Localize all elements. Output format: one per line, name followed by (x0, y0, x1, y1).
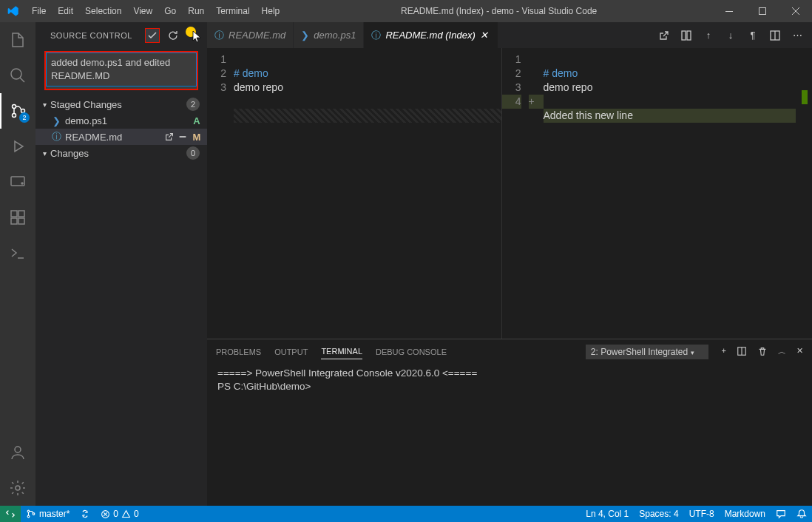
panel-tab-problems[interactable]: PROBLEMS (216, 345, 261, 359)
staged-file-readme[interactable]: ⓘ README.md M (35, 129, 207, 145)
vscode-logo (0, 5, 26, 17)
menu-view[interactable]: View (127, 0, 158, 22)
close-panel-icon[interactable]: ✕ (796, 346, 803, 357)
line-number: 4 (502, 95, 521, 109)
diff-modified-pane[interactable]: 1 2 3 4 + # demo demo repo Added this ne… (502, 48, 796, 339)
menu-file[interactable]: File (26, 0, 52, 22)
next-change-icon[interactable]: ↓ (725, 30, 737, 41)
svg-rect-10 (18, 218, 24, 224)
commit-button[interactable] (145, 28, 160, 43)
diff-editor[interactable]: 1 2 3 # demo demo repo 1 2 3 4 + (207, 48, 812, 339)
status-sync[interactable] (75, 506, 95, 522)
status-notifications[interactable] (791, 506, 812, 522)
line-number: 1 (502, 52, 521, 67)
maximize-panel-icon[interactable]: ︿ (778, 346, 786, 357)
kill-terminal-icon[interactable] (757, 346, 768, 357)
activity-account[interactable] (0, 435, 35, 470)
terminal-line: PS C:\GitHub\demo> (217, 380, 802, 393)
svg-point-12 (15, 447, 21, 452)
tab-readme[interactable]: ⓘ README.md (207, 22, 294, 48)
status-spaces[interactable]: Spaces: 4 (634, 506, 683, 522)
close-button[interactable] (779, 0, 812, 22)
title-bar: File Edit Selection View Go Run Terminal… (0, 0, 812, 22)
tab-label: demo.ps1 (314, 30, 356, 41)
window-controls (712, 0, 812, 22)
unstage-icon[interactable] (177, 132, 188, 142)
terminal-body[interactable]: =====> PowerShell Integrated Console v20… (207, 364, 812, 506)
minimize-button[interactable] (712, 0, 745, 22)
status-problems[interactable]: 0 0 (95, 506, 143, 522)
menu-edit[interactable]: Edit (52, 0, 79, 22)
status-encoding[interactable]: UTF-8 (684, 506, 720, 522)
powershell-file-icon: ❯ (50, 115, 62, 126)
menu-run[interactable]: Run (182, 0, 210, 22)
menu-terminal[interactable]: Terminal (210, 0, 255, 22)
split-terminal-icon[interactable] (737, 346, 747, 357)
status-ln-col[interactable]: Ln 4, Col 1 (581, 506, 634, 522)
file-name: demo.ps1 (65, 115, 191, 126)
activity-settings[interactable] (0, 470, 35, 506)
activity-search[interactable] (0, 58, 35, 93)
open-changes-icon[interactable] (658, 30, 670, 41)
status-remote[interactable] (0, 506, 21, 522)
status-language[interactable]: Markdown (720, 506, 771, 522)
branch-name: master* (39, 509, 70, 519)
status-bar: master* 0 0 Ln 4, Col 1 Spaces: 4 UTF-8 … (0, 506, 812, 522)
panel-tab-output[interactable]: OUTPUT (274, 345, 308, 359)
menu-selection[interactable]: Selection (79, 0, 127, 22)
maximize-button[interactable] (745, 0, 779, 22)
svg-rect-16 (687, 31, 691, 40)
line-number: 1 (207, 52, 226, 67)
commit-message-highlight: added demo.ps1 and edited README.MD (44, 51, 198, 90)
code-line: demo repo (234, 81, 283, 93)
tab-demo-ps1[interactable]: ❯ demo.ps1 (294, 22, 364, 48)
svg-point-4 (13, 114, 16, 118)
terminal-selector[interactable]: 2: PowerShell Integrated ▾ (586, 345, 708, 359)
refresh-button[interactable] (166, 28, 180, 43)
line-number: 2 (502, 67, 521, 81)
activity-source-control[interactable]: 2 (0, 93, 35, 129)
diff-original-pane[interactable]: 1 2 3 # demo demo repo (207, 48, 502, 339)
status-branch[interactable]: master* (21, 506, 75, 522)
cursor-highlight (186, 27, 196, 37)
activity-extensions[interactable] (0, 200, 35, 235)
sidebar-header: SOURCE CONTROL ⋯ (35, 22, 207, 48)
tab-readme-index[interactable]: ⓘ README.md (Index) ✕ (364, 22, 498, 48)
svg-rect-0 (725, 11, 733, 12)
tabs-bar: ⓘ README.md ❯ demo.ps1 ⓘ README.md (Inde… (207, 22, 812, 48)
window-title: README.md (Index) - demo - Visual Studio… (285, 6, 712, 16)
activity-explorer[interactable] (0, 22, 35, 58)
panel-tab-debug-console[interactable]: DEBUG CONSOLE (376, 345, 447, 359)
new-terminal-icon[interactable]: + (722, 346, 726, 357)
file-name: README.md (65, 132, 164, 143)
tab-label: README.md (Index) (385, 30, 475, 41)
prev-change-icon[interactable]: ↑ (703, 30, 714, 41)
toggle-side-by-side-icon[interactable] (680, 30, 692, 41)
open-file-icon[interactable] (164, 132, 175, 142)
activity-powershell[interactable] (0, 235, 35, 271)
status-added: A (191, 115, 203, 126)
chevron-down-icon: ▾ (38, 149, 50, 157)
activity-debug[interactable] (0, 129, 35, 164)
staged-changes-header[interactable]: ▾ Staged Changes 2 (35, 96, 207, 112)
status-feedback[interactable] (771, 506, 791, 522)
bottom-panel: PROBLEMS OUTPUT TERMINAL DEBUG CONSOLE 2… (207, 339, 812, 506)
sidebar-title: SOURCE CONTROL (50, 31, 145, 40)
menu-go[interactable]: Go (158, 0, 182, 22)
svg-rect-11 (18, 211, 24, 217)
info-file-icon: ⓘ (371, 29, 381, 42)
changes-label: Changes (50, 148, 186, 159)
activity-remote[interactable] (0, 164, 35, 200)
close-tab-icon[interactable]: ✕ (480, 30, 490, 41)
staged-file-demo-ps1[interactable]: ❯ demo.ps1 A (35, 112, 207, 129)
line-number: 2 (207, 67, 226, 81)
more-editor-actions-icon[interactable]: ⋯ (791, 30, 803, 41)
changes-header[interactable]: ▾ Changes 0 (35, 145, 207, 161)
menu-help[interactable]: Help (256, 0, 286, 22)
split-editor-icon[interactable] (769, 30, 781, 41)
staged-count-badge: 2 (186, 98, 200, 111)
commit-message-input[interactable]: added demo.ps1 and edited README.MD (46, 52, 197, 87)
panel-tab-terminal[interactable]: TERMINAL (321, 344, 362, 359)
diff-overview-ruler[interactable] (796, 48, 812, 339)
whitespace-icon[interactable]: ¶ (747, 30, 759, 41)
